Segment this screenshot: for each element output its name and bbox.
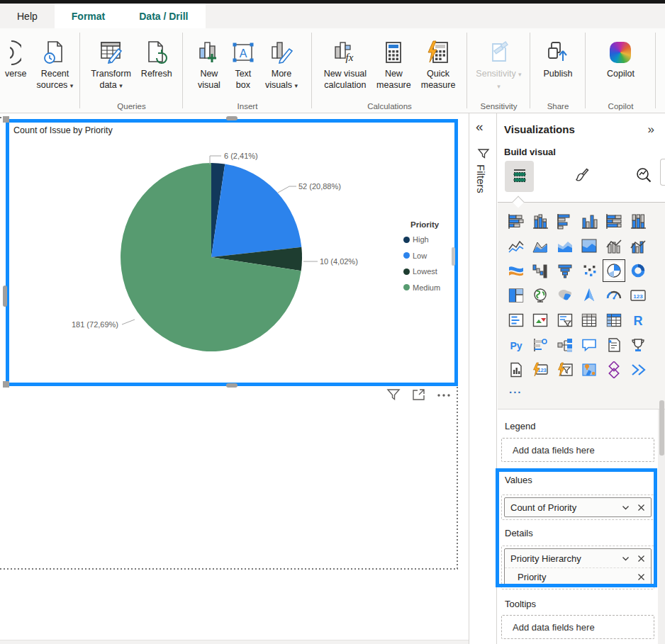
gallery-power-apps-icon[interactable] xyxy=(605,361,622,378)
gallery-ribbon-chart-icon[interactable] xyxy=(508,262,525,279)
gallery-card-icon[interactable]: 123 xyxy=(630,287,647,304)
ribbon-button-sensitivity[interactable]: Sensitivity ▾▾ xyxy=(471,28,526,92)
resize-handle-top-left[interactable] xyxy=(3,116,9,123)
gallery-clustered-bar-chart-icon[interactable] xyxy=(557,213,574,230)
field-well-values[interactable]: Count of Priority xyxy=(501,495,654,520)
gallery-map-icon[interactable] xyxy=(532,287,549,304)
gallery-azure-map-new-icon[interactable] xyxy=(581,361,598,378)
ribbon-button-publish[interactable]: Publish xyxy=(539,28,578,79)
pie-chart-visual[interactable]: Count of Issue by Priority 6 (2,41%)52 (… xyxy=(6,119,458,386)
gallery-decomposition-tree-icon[interactable] xyxy=(557,337,574,354)
resize-handle-left[interactable] xyxy=(3,286,7,307)
gallery-100-stacked-area-chart-icon[interactable] xyxy=(581,237,598,254)
gallery-q-and-a-icon[interactable] xyxy=(581,337,598,354)
report-canvas[interactable]: Count of Issue by Priority 6 (2,41%)52 (… xyxy=(0,113,469,644)
legend-item-high[interactable]: High xyxy=(403,232,459,248)
legend-item-lowest[interactable]: Lowest xyxy=(403,264,459,280)
collapse-pane-icon[interactable]: » xyxy=(648,123,652,137)
field-well-details[interactable]: Priority HierarchyPriority xyxy=(501,546,654,589)
ribbon-button-dataverse-partial[interactable]: verse xyxy=(0,28,32,79)
field-pill-row[interactable]: Priority xyxy=(505,567,651,586)
more-options-icon[interactable] xyxy=(435,387,452,402)
gallery-slicer-new-icon[interactable] xyxy=(557,361,574,378)
gallery-stacked-column-chart-icon[interactable] xyxy=(532,213,549,230)
pane-flyout-handle[interactable] xyxy=(660,159,665,186)
ribbon-button-refresh[interactable]: Refresh xyxy=(136,28,177,79)
pill-chevron-icon[interactable] xyxy=(621,554,630,563)
gallery-r-script-visual-icon[interactable]: R xyxy=(630,312,647,329)
pill-chevron-icon[interactable] xyxy=(621,503,630,512)
gallery-waterfall-chart-icon[interactable] xyxy=(532,262,549,279)
gallery-multi-row-card-icon[interactable] xyxy=(508,312,525,329)
field-pill-row[interactable]: Count of Priority xyxy=(505,498,651,516)
canvas-bottom-scroll-strip[interactable] xyxy=(0,640,469,644)
field-well-tooltips-empty[interactable]: Add data fields here xyxy=(501,615,654,639)
gallery-line-and-clustered-column-chart-icon[interactable] xyxy=(630,237,647,254)
gallery-gauge-icon[interactable] xyxy=(605,287,622,304)
ribbon-button-transform-data[interactable]: Transformdata ▾ xyxy=(86,28,136,91)
gallery-stacked-bar-chart-icon[interactable] xyxy=(508,213,525,230)
ribbon-button-quick-measure[interactable]: Quickmeasure xyxy=(416,28,461,91)
pane-tab-build-visual[interactable] xyxy=(505,161,534,192)
field-pill[interactable]: Count of Priority xyxy=(504,497,652,517)
ribbon: verseRecentsources ▾Transformdata ▾Refre… xyxy=(0,28,665,113)
gallery-python-visual-icon[interactable]: Py xyxy=(508,337,525,354)
gallery-donut-chart-icon[interactable] xyxy=(630,262,647,279)
gallery-pie-chart-icon[interactable] xyxy=(605,262,622,279)
field-pill-row[interactable]: Priority Hierarchy xyxy=(505,549,651,567)
gallery-funnel-chart-icon[interactable] xyxy=(557,262,574,279)
pane-tab-format-visual[interactable] xyxy=(567,161,596,192)
gallery-kpi-icon[interactable] xyxy=(532,312,549,329)
ribbon-button-more-visuals[interactable]: Morevisuals ▾ xyxy=(260,28,303,91)
gallery-line-chart-icon[interactable] xyxy=(508,237,525,254)
pill-remove-icon[interactable] xyxy=(637,573,645,581)
pill-remove-icon[interactable] xyxy=(637,504,645,512)
gallery-100-stacked-column-chart-icon[interactable] xyxy=(630,213,647,230)
ribbon-button-label: New visual xyxy=(324,68,367,79)
ribbon-button-recent-sources[interactable]: Recentsources ▾ xyxy=(32,28,79,91)
gallery-smart-narrative-icon[interactable] xyxy=(605,337,622,354)
ribbon-tab-format[interactable]: Format xyxy=(55,4,122,28)
expand-filters-icon[interactable]: « xyxy=(476,119,481,135)
field-pill[interactable]: Priority HierarchyPriority xyxy=(504,548,652,587)
resize-handle-bottom[interactable] xyxy=(226,383,238,388)
filter-visual-icon[interactable] xyxy=(386,387,401,402)
ribbon-tab-help[interactable]: Help xyxy=(0,4,55,28)
gallery-azure-map-icon[interactable] xyxy=(581,287,598,304)
gallery-key-influencers-icon[interactable] xyxy=(532,337,549,354)
resize-handle-bottom-left[interactable] xyxy=(3,381,9,388)
pane-tab-analytics[interactable] xyxy=(629,161,658,192)
resize-handle-top[interactable] xyxy=(226,116,238,120)
ribbon-tab-data-drill[interactable]: Data / Drill xyxy=(122,4,205,28)
gallery-card-new-icon[interactable]: 123 xyxy=(532,361,549,378)
field-well-legend-empty[interactable]: Add data fields here xyxy=(501,438,654,462)
gallery-line-and-stacked-column-chart-icon[interactable] xyxy=(605,237,622,254)
gallery-clustered-column-chart-icon[interactable] xyxy=(581,213,598,230)
gallery-matrix-icon[interactable] xyxy=(605,312,622,329)
legend-item-low[interactable]: Low xyxy=(403,248,459,264)
focus-mode-icon[interactable] xyxy=(410,387,426,402)
gallery-power-automate-icon[interactable] xyxy=(630,361,647,378)
legend-scrollbar[interactable] xyxy=(452,247,455,266)
legend-item-medium[interactable]: Medium xyxy=(403,280,459,296)
ribbon-button-new-measure[interactable]: Newmeasure xyxy=(371,28,416,91)
gallery-paginated-report-icon[interactable] xyxy=(508,361,525,378)
pane-scrollbar-thumb[interactable] xyxy=(659,400,664,456)
gallery-100-stacked-bar-chart-icon[interactable] xyxy=(605,213,622,230)
gallery-metrics-icon[interactable] xyxy=(630,337,647,354)
gallery-scatter-chart-icon[interactable] xyxy=(581,262,598,279)
filters-pane-title[interactable]: Filters xyxy=(475,164,487,193)
gallery-area-chart-icon[interactable] xyxy=(532,237,549,254)
gallery-table-icon[interactable] xyxy=(581,312,598,329)
pill-remove-icon[interactable] xyxy=(637,555,645,563)
get-more-visuals-button[interactable]: ... xyxy=(509,383,522,395)
ribbon-button-new-visual[interactable]: Newvisual xyxy=(192,28,226,91)
gallery-treemap-icon[interactable] xyxy=(508,287,525,304)
ribbon-button-text-box[interactable]: ATextbox xyxy=(226,28,260,91)
gallery-stacked-area-chart-icon[interactable] xyxy=(557,237,574,254)
gallery-filled-map-icon[interactable] xyxy=(557,287,574,304)
ribbon-button-new-visual-calculation[interactable]: fxNew visualcalculation xyxy=(319,28,371,91)
pie-slice-low[interactable] xyxy=(211,164,301,258)
ribbon-button-copilot[interactable]: Copilot xyxy=(602,28,639,79)
gallery-slicer-icon[interactable] xyxy=(557,312,574,329)
